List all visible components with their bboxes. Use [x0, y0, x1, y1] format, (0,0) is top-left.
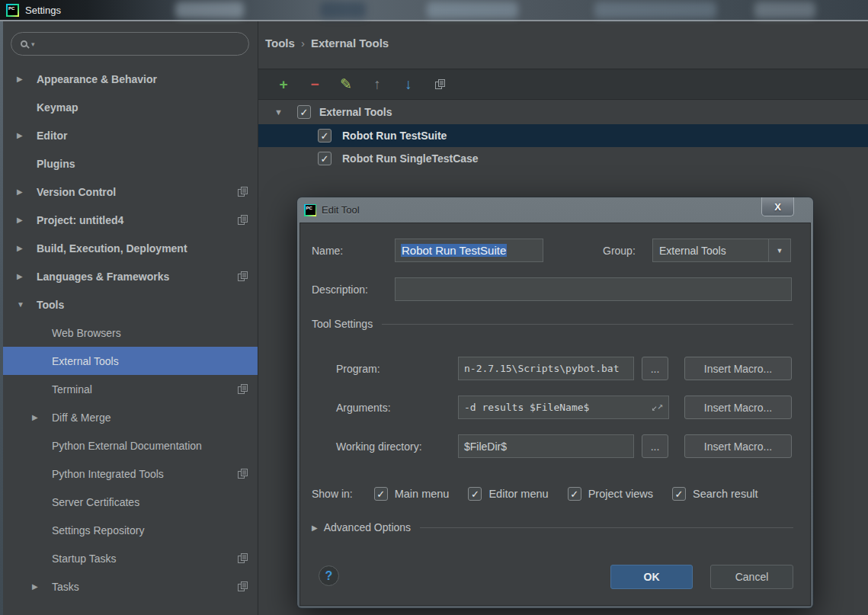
expand-arrow-icon[interactable]: ▶ — [17, 216, 37, 224]
sidebar-item-python-external-documentation[interactable]: Python External Documentation — [3, 431, 258, 460]
tree-root-checkbox[interactable]: ✓ — [297, 105, 311, 119]
group-dropdown[interactable]: External Tools ▼ — [652, 239, 791, 262]
sidebar-item-appearance-behavior[interactable]: ▶Appearance & Behavior — [3, 65, 258, 93]
shared-settings-icon — [237, 383, 248, 395]
sidebar-item-settings-repository[interactable]: Settings Repository — [3, 516, 258, 544]
program-field[interactable]: n-2.7.15\Scripts\pybot.bat — [458, 357, 634, 380]
sidebar-item-external-tools[interactable]: External Tools — [3, 347, 258, 375]
sidebar-item-tools[interactable]: ▼Tools — [3, 290, 258, 319]
expand-arrow-icon[interactable]: ▶ — [312, 524, 318, 532]
dialog-titlebar[interactable]: PC Edit Tool — [297, 197, 813, 223]
screen: PC Settings ▾ ▶Appearance & BehaviorKeym… — [0, 0, 868, 615]
working-directory-field-value: $FileDir$ — [464, 440, 507, 453]
tree-root-row[interactable]: ▼ ✓ External Tools — [258, 100, 868, 124]
working-directory-field[interactable]: $FileDir$ — [458, 434, 634, 458]
sidebar-item-label: Diff & Merge — [52, 412, 111, 424]
expand-arrow-icon[interactable]: ▶ — [17, 244, 37, 252]
collapse-arrow-icon[interactable]: ▼ — [17, 300, 37, 309]
add-button[interactable]: + — [277, 78, 290, 91]
expand-arrow-icon[interactable]: ▶ — [17, 75, 37, 83]
shared-settings-icon — [237, 271, 248, 282]
close-icon[interactable]: X — [761, 197, 794, 216]
sidebar-item-label: Web Browsers — [52, 327, 121, 339]
name-field[interactable]: Robot Run TestSuite — [395, 239, 543, 262]
sidebar-item-label: Python Integrated Tools — [52, 468, 164, 480]
tree-root-label: External Tools — [319, 106, 392, 118]
breadcrumb-external-tools[interactable]: External Tools — [311, 37, 389, 50]
show-in-label: Show in: — [312, 488, 353, 500]
show-in-option-editor-menu: ✓Editor menu — [468, 487, 548, 501]
sidebar-item-server-certificates[interactable]: Server Certificates — [3, 488, 258, 516]
arguments-field-value: -d results $FileName$ — [464, 402, 589, 413]
arguments-field[interactable]: -d results $FileName$ ↗↗ — [458, 396, 669, 419]
shared-settings-icon — [237, 214, 248, 226]
description-field[interactable] — [395, 277, 792, 301]
sidebar-item-project-untitled4[interactable]: ▶Project: untitled4 — [3, 206, 258, 234]
sidebar-item-python-integrated-tools[interactable]: Python Integrated Tools — [3, 460, 258, 488]
sidebar-item-label: Startup Tasks — [52, 553, 117, 565]
sidebar-item-tasks[interactable]: ▶Tasks — [3, 572, 258, 601]
chevron-down-icon[interactable]: ▼ — [768, 239, 790, 261]
project-views-checkbox[interactable]: ✓ — [568, 487, 581, 501]
remove-button[interactable]: − — [308, 78, 322, 91]
arguments-insert-macro-button[interactable]: Insert Macro... — [684, 396, 792, 419]
window-titlebar[interactable]: PC Settings — [0, 0, 868, 21]
sidebar-item-startup-tasks[interactable]: Startup Tasks — [3, 544, 258, 572]
expand-field-icon[interactable]: ↗↗ — [652, 402, 663, 413]
shared-settings-icon — [237, 581, 248, 592]
external-tools-toolbar: +−✎↑↓ — [258, 69, 868, 100]
expand-arrow-icon[interactable]: ▶ — [17, 131, 37, 139]
sidebar-item-build-execution-deployment[interactable]: ▶Build, Execution, Deployment — [3, 234, 258, 262]
ok-button[interactable]: OK — [610, 565, 693, 589]
shared-settings-icon — [237, 553, 248, 564]
shared-settings-icon — [237, 468, 248, 479]
copy-button[interactable] — [433, 78, 447, 91]
show-in-option-label: Editor menu — [488, 488, 548, 500]
expand-arrow-icon[interactable]: ▶ — [17, 187, 37, 196]
sidebar-item-keymap[interactable]: Keymap — [3, 93, 258, 121]
aero-glass-blob — [427, 2, 518, 18]
sidebar-item-web-browsers[interactable]: Web Browsers — [3, 319, 258, 347]
main-menu-checkbox[interactable]: ✓ — [374, 487, 388, 501]
working-directory-browse-button[interactable]: ... — [642, 434, 668, 458]
help-button[interactable]: ? — [319, 565, 339, 586]
expand-arrow-icon[interactable]: ▶ — [17, 272, 37, 280]
window-left-border — [0, 21, 3, 615]
cancel-button[interactable]: Cancel — [710, 565, 793, 589]
search-result-checkbox[interactable]: ✓ — [672, 487, 686, 501]
sidebar-item-version-control[interactable]: ▶Version Control — [3, 178, 258, 206]
advanced-options-toggle[interactable]: ▶ Advanced Options — [312, 521, 793, 534]
tree-item-checkbox[interactable]: ✓ — [318, 152, 332, 165]
edit-button[interactable]: ✎ — [339, 78, 353, 91]
sidebar-item-label: Tools — [37, 299, 64, 311]
sidebar-item-label: Version Control — [37, 186, 116, 198]
move-down-button[interactable]: ↓ — [402, 78, 415, 91]
working-directory-label: Working directory: — [336, 434, 422, 458]
tree-item-robot-run-singletestcase[interactable]: ✓Robot Run SingleTestCase — [258, 147, 868, 170]
program-insert-macro-button[interactable]: Insert Macro... — [684, 357, 792, 380]
sidebar-item-languages-frameworks[interactable]: ▶Languages & Frameworks — [3, 262, 258, 290]
breadcrumb-tools[interactable]: Tools — [265, 37, 295, 50]
sidebar-item-terminal[interactable]: Terminal — [3, 375, 258, 403]
sidebar-item-label: Server Certificates — [52, 496, 139, 508]
sidebar-item-plugins[interactable]: Plugins — [3, 149, 258, 178]
sidebar-item-label: Tasks — [52, 581, 79, 593]
sidebar-item-label: Terminal — [52, 383, 92, 396]
program-browse-button[interactable]: ... — [642, 357, 668, 380]
dialog-title: Edit Tool — [322, 204, 360, 216]
settings-search-input[interactable]: ▾ — [11, 32, 249, 56]
sidebar-item-label: Python External Documentation — [52, 440, 202, 452]
program-field-value: n-2.7.15\Scripts\pybot.bat — [464, 363, 620, 374]
collapse-arrow-icon[interactable]: ▼ — [274, 107, 283, 117]
expand-arrow-icon[interactable]: ▶ — [32, 582, 52, 591]
tree-item-checkbox[interactable]: ✓ — [318, 129, 332, 143]
show-in-option-label: Search result — [693, 488, 757, 500]
editor-menu-checkbox[interactable]: ✓ — [468, 487, 482, 501]
expand-arrow-icon[interactable]: ▶ — [32, 413, 52, 421]
tree-item-robot-run-testsuite[interactable]: ✓Robot Run TestSuite — [258, 124, 868, 147]
search-options-chevron-icon[interactable]: ▾ — [31, 40, 35, 48]
working-directory-insert-macro-button[interactable]: Insert Macro... — [684, 434, 792, 458]
sidebar-item-diff-merge[interactable]: ▶Diff & Merge — [3, 403, 258, 431]
sidebar-item-editor[interactable]: ▶Editor — [3, 121, 258, 149]
move-up-button[interactable]: ↑ — [370, 78, 384, 91]
